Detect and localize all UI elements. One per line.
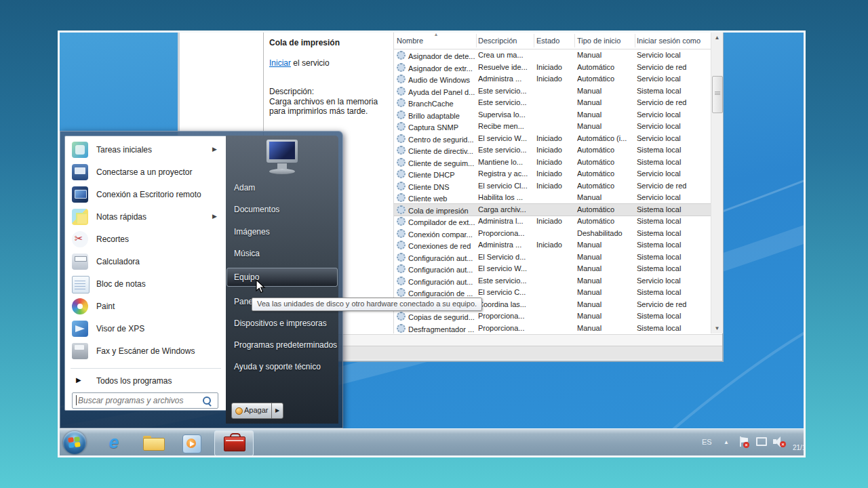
windows-explorer-icon[interactable] (140, 432, 167, 453)
table-row[interactable]: Asignador de dete... Crea un ma... Manua… (394, 49, 711, 62)
menu-item-musica[interactable]: Música (227, 245, 337, 262)
start-service-link[interactable]: Iniciar (269, 58, 291, 68)
column-divider[interactable] (476, 34, 477, 47)
column-divider[interactable] (635, 34, 635, 47)
table-row[interactable]: Configuración aut... El servicio W... Ma… (394, 263, 711, 275)
menu-item-documentos[interactable]: Documentos (227, 201, 337, 218)
table-row[interactable]: Compilador de ext... Administra l... Ini… (394, 216, 711, 228)
scroll-up-icon[interactable]: ▲ (711, 33, 723, 43)
service-startup-type-cell: Deshabilitado (577, 229, 635, 237)
table-row[interactable]: Copias de segurid... Proporciona... Manu… (394, 310, 711, 323)
services-taskbar-button[interactable] (214, 430, 254, 456)
menu-item-equipo[interactable]: Equipo (227, 268, 337, 286)
network-icon[interactable] (756, 437, 767, 447)
service-startup-type-cell: Manual (577, 288, 635, 296)
service-startup-type-cell: Automático (577, 63, 635, 71)
service-name-cell: Brillo adaptable (397, 110, 475, 120)
service-logon-cell: Sistema local (637, 87, 709, 95)
tooltip: Vea las unidades de disco y otro hardwar… (252, 298, 482, 311)
internet-explorer-icon[interactable]: e (100, 432, 127, 453)
menu-item-visor-xps[interactable]: Visor de XPS (66, 318, 222, 340)
search-input[interactable]: Buscar programas y archivos (72, 392, 218, 409)
table-row[interactable]: Centro de segurid... El servicio W... In… (394, 133, 711, 145)
windows-logo-icon (68, 436, 81, 449)
menu-item-paint[interactable]: Paint (66, 296, 222, 318)
menu-item-ayuda-soporte[interactable]: Ayuda y soporte técnico (227, 358, 337, 375)
menu-item-recortes[interactable]: Recortes (66, 228, 222, 251)
service-name-cell: Desfragmentador ... (397, 324, 475, 333)
volume-muted-icon[interactable]: × (773, 436, 785, 447)
table-row[interactable]: Cliente DNS El servicio Cl... Iniciado A… (394, 180, 711, 192)
table-row[interactable]: Cola de impresión Carga archiv... Automá… (394, 204, 711, 216)
table-row[interactable]: Asignador de extr... Resuelve ide... Ini… (394, 62, 711, 74)
scroll-down-icon[interactable]: ▼ (711, 323, 723, 333)
table-row[interactable]: Cliente de seguim... Mantiene lo... Inic… (394, 157, 711, 169)
menu-item-fax-escaner[interactable]: Fax y Escáner de Windows (66, 340, 222, 363)
vertical-scrollbar[interactable]: ▲ ▼ (711, 33, 723, 333)
column-header-descripcion[interactable]: Descripción (478, 37, 517, 45)
table-row[interactable]: Cliente web Habilita los ... Manual Serv… (394, 192, 711, 204)
table-row[interactable]: Configuración aut... El Servicio d... Ma… (394, 251, 711, 264)
menu-item-escritorio-remoto[interactable]: Conexión a Escritorio remoto (66, 184, 222, 206)
taskbar-clock[interactable]: 21/1 (793, 444, 806, 451)
start-button[interactable] (63, 431, 86, 454)
service-startup-type-cell: Manual (577, 300, 635, 308)
search-icon[interactable] (203, 396, 211, 405)
all-programs-button[interactable]: ▶Todos los programas (66, 372, 222, 390)
hidden-icons-chevron[interactable]: ▲ (724, 439, 729, 445)
column-divider[interactable] (534, 34, 534, 47)
service-logon-cell: Servicio de red (637, 98, 709, 106)
column-divider[interactable] (574, 34, 575, 47)
menu-item-calculadora[interactable]: Calculadora (66, 251, 222, 273)
table-row[interactable]: Configuración aut... Este servicio... Ma… (394, 275, 711, 287)
taskbar: e ES ▲ × × 21/1 (60, 428, 804, 456)
table-row[interactable]: Ayuda del Panel d... Este servicio... Ma… (394, 85, 711, 98)
table-row[interactable]: Conexión compar... Proporciona... Deshab… (394, 228, 711, 240)
search-placeholder: Buscar programas y archivos (78, 396, 183, 405)
table-row[interactable]: BranchCache Este servicio... Manual Serv… (394, 97, 711, 109)
service-description-cell: El servicio W... (478, 134, 534, 142)
table-row[interactable]: Configuración de ... El servicio C... Ma… (394, 287, 711, 299)
service-startup-type-cell: Manual (577, 98, 635, 106)
service-description-cell: Este servicio... (478, 277, 534, 285)
computer-tile-icon (261, 138, 303, 179)
service-description-cell: Supervisa lo... (478, 110, 534, 119)
menu-item-bloc-de-notas[interactable]: Bloc de notas (66, 273, 222, 296)
service-name-cell: Centro de segurid... (397, 134, 475, 144)
service-logon-cell: Servicio local (637, 277, 709, 285)
service-startup-type-cell: Manual (577, 110, 635, 119)
action-center-flag-icon[interactable]: × (739, 436, 749, 447)
service-description: Carga archivos en la memoria para imprim… (269, 97, 386, 116)
menu-item-programas-predeterminados[interactable]: Programas predeterminados (227, 336, 337, 354)
table-row[interactable]: Brillo adaptable Supervisa lo... Manual … (394, 109, 711, 121)
menu-item-imagenes[interactable]: Imágenes (227, 223, 337, 241)
table-row[interactable]: Cliente de directiv... Este servicio... … (394, 144, 711, 157)
service-startup-type-cell: Manual (577, 264, 635, 272)
service-description-cell: Resuelve ide... (478, 63, 534, 71)
column-header-tipo[interactable]: Tipo de inicio (577, 37, 620, 45)
menu-item-proyector[interactable]: Conectarse a un proyector (66, 161, 222, 184)
menu-item-tareas-iniciales[interactable]: Tareas iniciales▶ (66, 139, 222, 161)
table-row[interactable]: Cliente DHCP Registra y ac... Iniciado A… (394, 168, 711, 180)
menu-item-notas-rapidas[interactable]: Notas rápidas▶ (66, 206, 222, 228)
getting-started-icon (72, 142, 88, 158)
media-player-icon[interactable] (178, 432, 205, 453)
service-status-cell: Iniciado (536, 182, 574, 190)
service-startup-type-cell: Automático (577, 169, 635, 178)
service-startup-type-cell: Automático (577, 146, 635, 154)
table-row[interactable]: Audio de Windows Administra ... Iniciado… (394, 73, 711, 85)
language-indicator[interactable]: ES (702, 438, 712, 446)
column-header-nombre[interactable]: Nombre (397, 37, 423, 45)
table-row[interactable]: Desfragmentador ... Proporciona... Manua… (394, 323, 711, 334)
menu-item-user[interactable]: Adam (227, 179, 337, 197)
table-row[interactable]: Conexiones de red Administra ... Iniciad… (394, 239, 711, 251)
menu-item-dispositivos[interactable]: Dispositivos e impresoras (227, 314, 337, 332)
submenu-arrow-icon: ▶ (212, 146, 217, 152)
shutdown-button[interactable]: Apagar (231, 403, 272, 419)
table-row[interactable]: Captura SNMP Recibe men... Manual Servic… (394, 121, 711, 133)
scrollbar-thumb[interactable] (712, 76, 723, 113)
column-header-estado[interactable]: Estado (536, 37, 559, 45)
shutdown-options-arrow[interactable]: ▶ (271, 403, 283, 419)
service-description-cell: Crea un ma... (478, 51, 534, 59)
column-header-sesion[interactable]: Iniciar sesión como (637, 37, 701, 45)
